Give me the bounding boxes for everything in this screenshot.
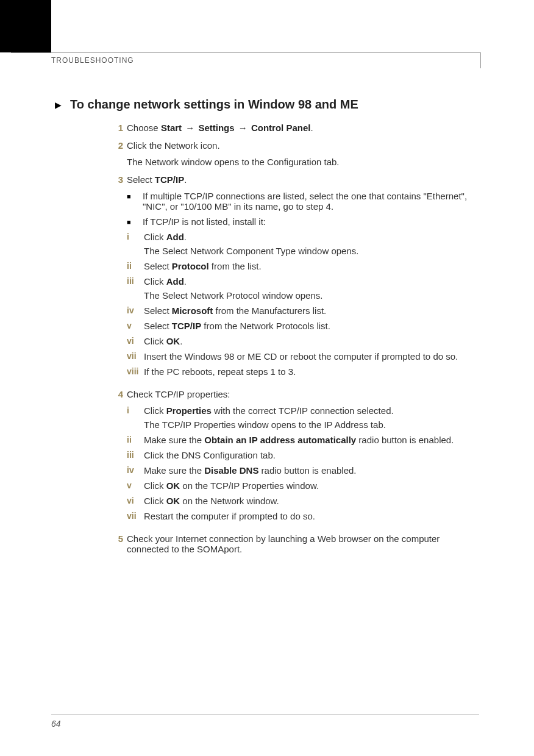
footer-rule [51,714,479,715]
substep-followup: The Select Network Component Type window… [144,246,482,256]
substep-text: from the Network Protocols list. [201,321,330,331]
step-text: . [310,123,313,133]
corner-decoration [0,0,51,52]
substep-bold: TCP/IP [172,321,201,331]
substep-text: Click [144,336,166,346]
bullet-item: ■ If multiple TCP/IP connections are lis… [127,191,482,212]
step-bold: Start [161,123,182,133]
substep-bold: Disable DNS [204,465,258,476]
substep-number: v [127,480,144,490]
substep-number: vi [127,496,144,505]
substep-text: Make sure the [144,465,204,476]
substep-text: Click the DNS Configuration tab. [144,450,482,460]
substep-viii: viii If the PC reboots, repeat steps 1 t… [127,366,482,377]
bullet-text: If multiple TCP/IP connections are liste… [143,191,482,212]
substep-text: radio button is enabled. [356,435,454,445]
bullet-item: ■ If TCP/IP is not listed, install it: [127,216,482,227]
substep-text: Make sure the [144,435,204,445]
substep-bold: Microsoft [172,305,213,316]
substep-followup: The TCP/IP Properties window opens to th… [144,419,482,430]
header-vertical-rule [480,52,481,68]
step-bold: Control Panel [251,123,311,133]
substep-text: on the TCP/IP Properties window. [180,480,319,491]
substep-text: Click [144,480,166,491]
page-title: To change network settings in Window 98 … [70,98,358,112]
step-number: 4 [110,389,123,399]
substep-iv: iv Make sure the Disable DNS radio butto… [127,465,482,476]
procedure-list: 1 Choose Start → Settings → Control Pane… [110,123,482,554]
substep-bold: Properties [166,405,212,416]
substep-number: ii [127,435,144,444]
substep-iii: iii Click Add. The Select Network Protoc… [127,276,482,301]
substep-text: Click [144,405,166,416]
bullet-text: If TCP/IP is not listed, install it: [143,216,482,227]
step-1: 1 Choose Start → Settings → Control Pane… [110,123,482,133]
substep-text: If the PC reboots, repeat steps 1 to 3. [144,366,482,377]
substep-text: Restart the computer if prompted to do s… [144,511,482,521]
substep-text: Select [144,321,172,331]
substep-text: with the correct TCP/IP connection selec… [212,405,394,416]
substep-bold: OK [166,480,180,491]
substep-text: . [184,276,187,287]
substep-bold: Add [166,232,184,242]
square-bullet-icon: ■ [127,216,143,226]
substep-number: iii [127,276,144,286]
substep-ii: ii Make sure the Obtain an IP address au… [127,435,482,445]
step-4: 4 Check TCP/IP properties: i Click Prope… [110,389,482,526]
substep-bold: OK [166,336,180,346]
substep-text: radio button is enabled. [258,465,356,476]
substep-text: from the Manufacturers list. [213,305,326,316]
step-number: 5 [110,533,123,544]
substep-vii: vii Insert the Windows 98 or ME CD or re… [127,351,482,362]
substep-bold: Obtain an IP address automatically [204,435,356,445]
substep-number: iv [127,305,144,315]
substep-text: Click [144,496,166,506]
arrow-right-icon: → [237,123,249,133]
substep-text: Click [144,276,166,287]
substep-text: Click [144,232,166,242]
substep-text: Select [144,305,172,316]
substep-number: iii [127,450,144,460]
substep-bold: Protocol [172,261,209,271]
step-text: Choose [127,123,161,133]
substep-text: Select [144,261,172,271]
substep-text: . [180,336,182,346]
page-content: ▶ To change network settings in Window 9… [55,98,482,562]
substep-vi: vi Click OK on the Network window. [127,496,482,506]
step-2: 2 Click the Network icon. The Network wi… [110,140,482,167]
substep-i: i Click Add. The Select Network Componen… [127,232,482,256]
step-number: 1 [110,123,123,133]
substep-v: v Select TCP/IP from the Network Protoco… [127,321,482,331]
substep-vi: vi Click OK. [127,336,482,346]
step-followup: The Network window opens to the Configur… [127,157,482,167]
step-bold: Settings [198,123,234,133]
substep-iii: iii Click the DNS Configuration tab. [127,450,482,460]
substep-number: iv [127,465,144,475]
substep-number: v [127,321,144,330]
substep-number: i [127,232,144,241]
substep-number: vii [127,511,144,521]
substep-number: vii [127,351,144,361]
step-text: Select [127,174,155,185]
arrow-right-icon: → [184,123,196,133]
step-number: 3 [110,174,123,185]
step-bold: TCP/IP [155,174,184,185]
step-5: 5 Check your Internet connection by laun… [110,533,482,554]
substep-i: i Click Properties with the correct TCP/… [127,405,482,430]
step-text: . [184,174,187,185]
substep-followup: The Select Network Protocol window opens… [144,290,482,301]
step-text: Click the Network icon. [127,140,220,151]
substep-bold: OK [166,496,180,506]
section-header: TROUBLESHOOTING [51,56,134,65]
step-3: 3 Select TCP/IP. ■ If multiple TCP/IP co… [110,174,482,382]
step-number: 2 [110,140,123,151]
substep-text: . [184,232,187,242]
page-number: 64 [51,719,61,729]
substep-number: i [127,405,144,415]
square-bullet-icon: ■ [127,191,143,200]
substep-text: from the list. [209,261,262,271]
step-text: Check TCP/IP properties: [127,389,230,399]
substep-bold: Add [166,276,184,287]
substep-vii: vii Restart the computer if prompted to … [127,511,482,521]
substep-text: on the Network window. [180,496,279,506]
